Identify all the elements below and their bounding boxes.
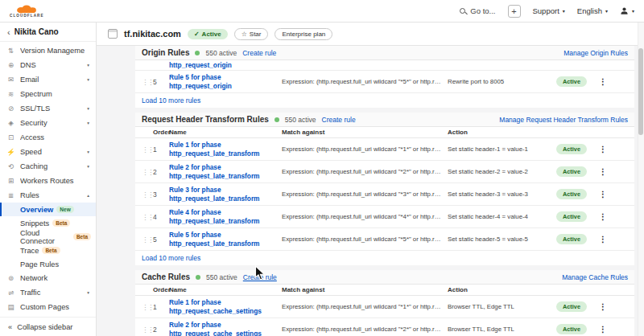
sidebar-item-ssl-tls[interactable]: ⊘ SSL/TLS ▾ <box>0 101 96 116</box>
manage-cache-rules-link[interactable]: Manage Cache Rules <box>562 273 628 281</box>
rule-action: Browser TTL, Edge TTL <box>448 326 552 333</box>
create-rule-link[interactable]: Create rule <box>322 116 356 124</box>
sidebar-item-speed[interactable]: ⚡ Speed ▾ <box>0 145 96 159</box>
kebab-menu-icon[interactable]: ⋮ <box>591 167 615 176</box>
manage-origin-rules-link[interactable]: Manage Origin Rules <box>564 49 628 57</box>
rule-action: Set static header-1 = value-1 <box>448 145 552 153</box>
vertical-scrollbar[interactable] <box>638 23 644 336</box>
rules-content: Origin Rules 550 active Create rule Mana… <box>97 46 644 336</box>
sidebar-item-spectrum[interactable]: ≋ Spectrum <box>0 87 96 101</box>
rule-name-link[interactable]: Rule 2 for phase http_request_cache_sett… <box>169 321 282 336</box>
sidebar-item-version-management[interactable]: ⇅ Version Management <box>0 43 96 58</box>
sidebar-item-rules[interactable]: ≣ Rules ▴ <box>0 188 96 203</box>
collapse-icon: « <box>8 323 12 331</box>
sidebar-item-email[interactable]: ✉ Email ▾ <box>0 72 96 87</box>
star-button[interactable]: ☆ Star <box>234 28 269 40</box>
add-site-button[interactable]: + <box>508 5 521 18</box>
rule-name-link[interactable]: Rule 5 for phase http_request_origin <box>169 73 282 90</box>
cloudflare-cloud-icon <box>13 4 40 14</box>
sidebar-item-workers-routes[interactable]: ⊞ Workers Routes <box>0 174 96 188</box>
action-column-header: Action <box>448 286 552 293</box>
kebab-menu-icon[interactable]: ⋮ <box>591 190 615 199</box>
kebab-menu-icon[interactable]: ⋮ <box>591 145 615 154</box>
network-icon: ⊚ <box>6 274 15 282</box>
cache-rules-section: Cache Rules 550 active Create rule Manag… <box>135 270 634 336</box>
kebab-menu-icon[interactable]: ⋮ <box>591 212 615 221</box>
drag-handle-icon[interactable]: ⋮⋮ <box>142 326 153 334</box>
sidebar-item-dns[interactable]: ⊕ DNS ▾ <box>0 58 96 72</box>
sidebar-item-security[interactable]: ◈ Security ▾ <box>0 116 96 130</box>
name-column-header: Name <box>169 129 282 136</box>
active-dot-icon <box>275 117 279 122</box>
action-column-header: Action <box>448 129 552 136</box>
shield-icon: ◈ <box>6 119 15 127</box>
rule-name-link[interactable]: Rule 1 for phase http_request_cache_sett… <box>169 298 282 315</box>
sidebar-nav: ⇅ Version Management ⊕ DNS ▾ ✉ Email ▾ ≋… <box>0 42 96 317</box>
cloudflare-logo[interactable]: CLOUDFLARE <box>10 4 44 18</box>
kebab-menu-icon[interactable]: ⋮ <box>591 302 615 311</box>
rule-action: Set static header-5 = value-5 <box>448 236 552 243</box>
account-selector[interactable]: ‹ Nikita Cano <box>0 23 96 42</box>
create-rule-link[interactable]: Create rule <box>243 273 277 281</box>
chevron-icon: ▾ <box>87 150 89 154</box>
section-title: Origin Rules <box>142 48 189 57</box>
kebab-menu-icon[interactable]: ⋮ <box>591 77 615 86</box>
beta-badge: Beta <box>73 233 91 240</box>
sidebar-item-network[interactable]: ⊚ Network <box>0 271 96 285</box>
load-more-link[interactable]: Load 10 more rules <box>142 96 200 104</box>
table-header: Order Name Match against Action <box>135 127 634 138</box>
chevron-icon: ▾ <box>87 164 89 169</box>
rule-name-link[interactable]: Rule 3 for phase http_request_late_trans… <box>169 186 282 203</box>
create-rule-link[interactable]: Create rule <box>242 49 276 57</box>
sidebar-item-overview[interactable]: Overview New <box>0 203 96 216</box>
sidebar-item-trace[interactable]: Trace Beta <box>0 244 96 257</box>
drag-handle-icon[interactable]: ⋮⋮ <box>142 168 153 176</box>
manage-transform-rules-link[interactable]: Manage Request Header Transform Rules <box>499 116 628 124</box>
star-icon: ☆ <box>242 31 247 38</box>
sidebar-item-custom-pages[interactable]: ▤ Custom Pages <box>0 300 96 314</box>
clipped-rule-row[interactable]: http_request_origin <box>135 60 634 71</box>
rule-expression: Expression: (http.request.full_uri wildc… <box>282 326 448 333</box>
rule-order: 5 <box>153 78 169 86</box>
status-badge: Active <box>556 211 587 222</box>
sidebar-item-cloud-connector[interactable]: Cloud Connector Beta <box>0 230 96 244</box>
sidebar-item-access[interactable]: ⊡ Access <box>0 130 96 145</box>
language-menu[interactable]: English ▾ <box>577 6 608 15</box>
drag-handle-icon[interactable]: ⋮⋮ <box>142 191 153 199</box>
drag-handle-icon[interactable]: ⋮⋮ <box>142 236 153 244</box>
rule-name-link[interactable]: Rule 1 for phase http_request_late_trans… <box>169 141 282 158</box>
sidebar-item-snippets[interactable]: Snippets Beta <box>0 216 96 230</box>
global-search[interactable]: Go to... <box>460 6 495 15</box>
sidebar-item-traffic[interactable]: ⇌ Traffic ▾ <box>0 285 96 300</box>
rule-action: Set static header-2 = value-2 <box>448 168 552 175</box>
sidebar-item-page-rules[interactable]: Page Rules <box>0 257 96 271</box>
drag-handle-icon[interactable]: ⋮⋮ <box>142 78 153 86</box>
collapse-sidebar-button[interactable]: « Collapse sidebar <box>0 317 96 336</box>
kebab-menu-icon[interactable]: ⋮ <box>591 325 615 334</box>
rule-row: ⋮⋮ 5 Rule 5 for phase http_request_late_… <box>135 228 634 251</box>
user-icon <box>620 6 629 15</box>
drag-handle-icon[interactable]: ⋮⋮ <box>142 145 153 154</box>
account-menu[interactable]: ▾ <box>620 6 634 15</box>
active-count: 550 active <box>285 116 316 124</box>
rule-row: ⋮⋮ 4 Rule 4 for phase http_request_late_… <box>135 206 634 228</box>
chevron-icon: ▾ <box>87 106 89 111</box>
rule-name-link[interactable]: Rule 4 for phase http_request_late_trans… <box>169 208 282 225</box>
search-icon <box>460 8 465 14</box>
drag-handle-icon[interactable]: ⋮⋮ <box>142 303 153 311</box>
kebab-menu-icon[interactable]: ⋮ <box>591 235 615 244</box>
rule-name-link[interactable]: Rule 5 for phase http_request_late_trans… <box>169 231 282 248</box>
drag-handle-icon[interactable]: ⋮⋮ <box>142 213 153 221</box>
rule-row: ⋮⋮ 2 Rule 2 for phase http_request_cache… <box>135 318 634 336</box>
load-more-link[interactable]: Load 10 more rules <box>142 254 200 262</box>
speed-icon: ⚡ <box>6 148 15 156</box>
sidebar-item-caching[interactable]: ⟲ Caching ▾ <box>0 159 96 174</box>
sidebar: ‹ Nikita Cano ⇅ Version Management ⊕ DNS… <box>0 23 97 336</box>
rule-name-link[interactable]: Rule 2 for phase http_request_late_trans… <box>169 163 282 180</box>
support-menu[interactable]: Support ▾ <box>533 6 565 15</box>
scrollbar-thumb[interactable] <box>638 48 643 135</box>
rule-row: ⋮⋮ 3 Rule 3 for phase http_request_late_… <box>135 183 634 206</box>
rule-action: Set static header-3 = value-3 <box>448 191 552 198</box>
rule-expression: Expression: (http.request.full_uri wildc… <box>282 145 448 153</box>
site-domain[interactable]: tf.nikitac.com <box>124 29 181 39</box>
